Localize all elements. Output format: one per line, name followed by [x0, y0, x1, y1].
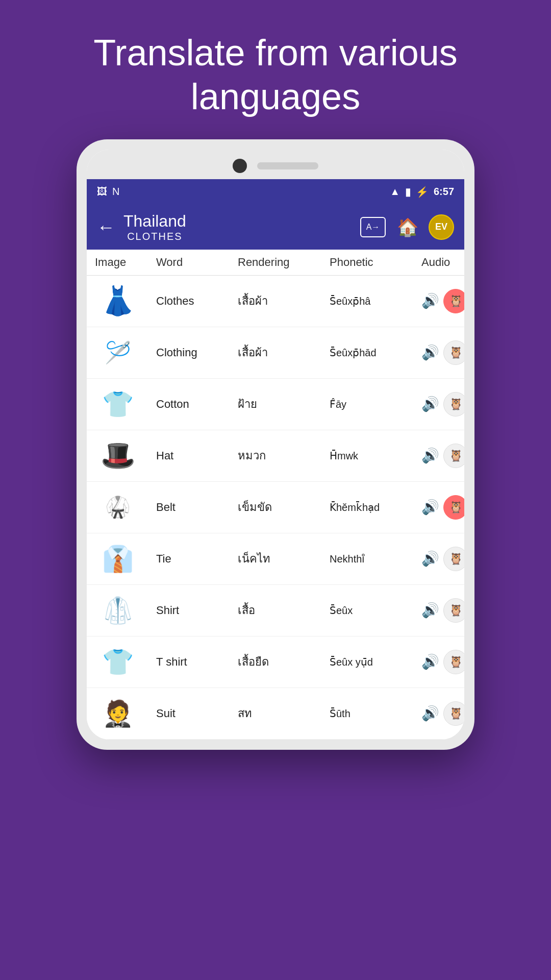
audio-play-4[interactable]: 🔊 [421, 499, 439, 516]
vocab-table: Image Word Rendering Phonetic Audio 👗 Cl… [87, 250, 464, 740]
wifi-icon: ▲ [390, 186, 400, 198]
image-status-icon: 🖼 [97, 186, 107, 198]
row-word-3: Hat [156, 449, 238, 462]
row-image-0: 👗 [95, 281, 141, 322]
owl-button-3[interactable]: 🦉 [443, 444, 464, 468]
row-rendering-6: เสื้อ [238, 601, 330, 619]
row-image-8: 🤵 [95, 693, 141, 734]
header-phonetic: Phonetic [330, 256, 421, 269]
row-image-3: 🎩 [95, 435, 141, 476]
row-audio-4: 🔊 🦉 [421, 495, 464, 520]
row-phonetic-6: S̄eûx [330, 604, 421, 617]
row-audio-6: 🔊 🦉 [421, 598, 464, 623]
table-row: 🤵 Suit สท S̄ūth 🔊 🦉 [87, 688, 464, 740]
table-row: 👕 T shirt เสื้อยืด S̄eûx yụ̄d 🔊 🦉 [87, 636, 464, 688]
row-word-5: Tie [156, 552, 238, 566]
owl-button-5[interactable]: 🦉 [443, 547, 464, 571]
app-bar-title: Thailand [123, 212, 186, 231]
audio-play-5[interactable]: 🔊 [421, 550, 439, 567]
row-phonetic-5: Nekhthi̊ [330, 553, 421, 565]
row-audio-3: 🔊 🦉 [421, 444, 464, 468]
table-row: 🥼 Shirt เสื้อ S̄eûx 🔊 🦉 [87, 585, 464, 636]
row-word-1: Clothing [156, 346, 238, 359]
row-image-7: 👕 [95, 642, 141, 682]
header-audio: Audio [421, 256, 464, 269]
audio-play-1[interactable]: 🔊 [421, 344, 439, 361]
header-image: Image [95, 256, 156, 269]
table-row: 👕 Cotton ฝ้าย F̂āy 🔊 🦉 [87, 379, 464, 430]
phone-top-bar [87, 150, 464, 179]
row-rendering-0: เสื้อผ้า [238, 292, 330, 310]
table-row: 👗 Clothes เสื้อผ้า S̄eûxp̄hâ 🔊 🦉 [87, 276, 464, 327]
owl-button-2[interactable]: 🦉 [443, 392, 464, 416]
row-phonetic-8: S̄ūth [330, 707, 421, 720]
owl-button-7[interactable]: 🦉 [443, 650, 464, 674]
app-bar: ← Thailand CLOTHES 🏠 EV [87, 205, 464, 250]
row-image-5: 👔 [95, 538, 141, 579]
app-bar-icons: 🏠 EV [359, 213, 454, 241]
table-header: Image Word Rendering Phonetic Audio [87, 250, 464, 276]
row-rendering-5: เน็คไท [238, 550, 330, 568]
header-word: Word [156, 256, 238, 269]
signal-icon: ▮ [405, 186, 411, 198]
home-button[interactable]: 🏠 [394, 213, 421, 241]
row-phonetic-1: S̄eûxp̄hād [330, 347, 421, 359]
row-rendering-3: หมวก [238, 447, 330, 464]
row-image-2: 👕 [95, 384, 141, 425]
row-phonetic-3: H̄mwk [330, 450, 421, 462]
time-display: 6:57 [434, 186, 454, 198]
audio-play-8[interactable]: 🔊 [421, 705, 439, 722]
row-word-4: Belt [156, 501, 238, 514]
owl-button-1[interactable]: 🦉 [443, 340, 464, 365]
row-phonetic-4: K̄hĕmk̄hạd [330, 501, 421, 513]
home-icon: 🏠 [397, 217, 418, 237]
audio-play-0[interactable]: 🔊 [421, 292, 439, 309]
row-word-0: Clothes [156, 295, 238, 308]
row-audio-5: 🔊 🦉 [421, 547, 464, 571]
row-phonetic-2: F̂āy [330, 398, 421, 410]
row-word-2: Cotton [156, 398, 238, 411]
translate-button[interactable] [359, 213, 387, 241]
row-audio-8: 🔊 🦉 [421, 701, 464, 726]
table-row: 🥋 Belt เข็มขัด K̄hĕmk̄hạd 🔊 🦉 [87, 482, 464, 533]
owl-button-6[interactable]: 🦉 [443, 598, 464, 623]
page-title: Translate from various languages [0, 0, 551, 139]
owl-button-0[interactable]: 🦉 [443, 289, 464, 313]
audio-play-2[interactable]: 🔊 [421, 396, 439, 412]
owl-button-4[interactable]: 🦉 [443, 495, 464, 520]
row-audio-7: 🔊 🦉 [421, 650, 464, 674]
status-bar: 🖼 N ▲ ▮ ⚡ 6:57 [87, 179, 464, 205]
row-rendering-4: เข็มขัด [238, 498, 330, 516]
translate-icon [360, 217, 386, 237]
row-phonetic-0: S̄eûxp̄hâ [330, 295, 421, 307]
audio-play-3[interactable]: 🔊 [421, 447, 439, 464]
row-rendering-8: สท [238, 704, 330, 722]
table-row: 🎩 Hat หมวก H̄mwk 🔊 🦉 [87, 430, 464, 482]
row-image-4: 🥋 [95, 487, 141, 528]
row-rendering-7: เสื้อยืด [238, 653, 330, 671]
ev-badge[interactable]: EV [429, 214, 454, 240]
row-audio-1: 🔊 🦉 [421, 340, 464, 365]
header-rendering: Rendering [238, 256, 330, 269]
row-image-1: 🪡 [95, 332, 141, 373]
row-word-6: Shirt [156, 604, 238, 617]
phone-mockup: 🖼 N ▲ ▮ ⚡ 6:57 ← Thailand CLOTHES [77, 139, 474, 750]
battery-icon: ⚡ [416, 186, 429, 198]
table-row: 👔 Tie เน็คไท Nekhthi̊ 🔊 🦉 [87, 533, 464, 585]
row-audio-2: 🔊 🦉 [421, 392, 464, 416]
back-button[interactable]: ← [97, 216, 115, 238]
table-row: 🪡 Clothing เสื้อผ้า S̄eûxp̄hād 🔊 🦉 [87, 327, 464, 379]
row-audio-0: 🔊 🦉 [421, 289, 464, 313]
row-word-8: Suit [156, 707, 238, 720]
row-word-7: T shirt [156, 655, 238, 669]
speaker [257, 162, 318, 169]
camera [233, 159, 247, 173]
row-rendering-2: ฝ้าย [238, 395, 330, 413]
row-rendering-1: เสื้อผ้า [238, 344, 330, 361]
owl-button-8[interactable]: 🦉 [443, 701, 464, 726]
audio-play-6[interactable]: 🔊 [421, 602, 439, 619]
audio-play-7[interactable]: 🔊 [421, 653, 439, 670]
row-image-6: 🥼 [95, 590, 141, 631]
app-bar-subtitle: CLOTHES [123, 231, 186, 242]
row-phonetic-7: S̄eûx yụ̄d [330, 656, 421, 668]
